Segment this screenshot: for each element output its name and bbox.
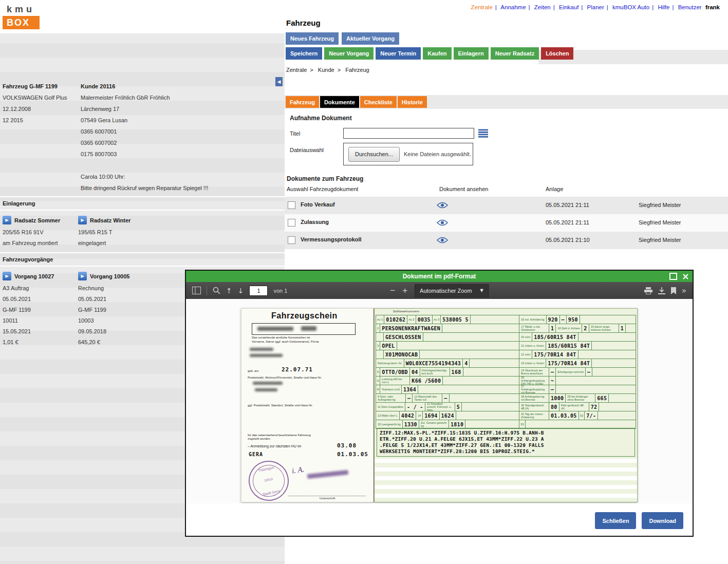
gross-weight-value: 1810: [449, 420, 465, 428]
zoom-in-icon[interactable]: +: [402, 286, 407, 296]
app: kmu BOX Fahrzeug G-MF 1199 Kunde 20116 V…: [0, 0, 728, 564]
document-label: Foto Verkauf: [301, 201, 335, 208]
no-file-text: Keine Dateien ausgewählt.: [404, 151, 471, 157]
new-appointment-button[interactable]: Neuer Termin: [376, 47, 421, 60]
document-label: Vermessungsprotokoll: [301, 236, 362, 242]
tab-checkliste[interactable]: Checkliste: [360, 96, 397, 108]
vehicle-model: VOLKSWAGEN Golf Plus: [3, 95, 81, 101]
next-page-icon[interactable]: ↓: [238, 287, 244, 295]
process-10027[interactable]: ▶ Vorgang 10027: [3, 272, 78, 280]
process-amount: 1,01 €: [3, 339, 78, 345]
tire-size-3: 175/70R14 84T: [532, 350, 578, 359]
axle-count-value: 2: [582, 324, 589, 332]
find-icon[interactable]: [213, 287, 220, 294]
vin-check-digit: 4: [463, 359, 470, 367]
document-label: Zulassung: [301, 219, 329, 225]
print-icon[interactable]: [644, 287, 652, 294]
storage-items: ▶ Radsatz Sommer 205/55 R16 91V am Fahrz…: [0, 211, 285, 252]
tools-chevrons-icon[interactable]: »: [682, 286, 686, 295]
remark-line: .FELGE 5 1/2JX14,ET 43MM*ZIFF.27 GEN.:E1…: [380, 442, 632, 448]
buy-button[interactable]: Kaufen: [423, 47, 451, 60]
wheelset-winter[interactable]: ▶ Radsatz Winter: [78, 216, 285, 224]
wheelset-title: Radsatz Sommer: [14, 217, 60, 223]
table-row: Vermessungsprotokoll 05.05.2021 21:10 Si…: [285, 232, 728, 249]
breadcrumb-zentrale[interactable]: Zentrale: [286, 67, 307, 73]
nav-planer[interactable]: Planer: [587, 4, 604, 10]
zoom-out-icon[interactable]: −: [390, 286, 395, 296]
nav-einkauf[interactable]: Einkauf: [559, 4, 578, 10]
current-process-button[interactable]: Aktueller Vorgang: [342, 32, 399, 45]
sidebar-collapse-icon[interactable]: ◀: [275, 77, 283, 86]
new-process-button[interactable]: Neuer Vorgang: [324, 47, 374, 60]
view-document-icon[interactable]: [437, 219, 448, 229]
close-dialog-button[interactable]: Schließen: [595, 512, 636, 529]
tab-historie[interactable]: Historie: [398, 96, 427, 108]
process-date: 05.05.2021: [3, 296, 78, 302]
process-type: A3 Auftrag: [3, 285, 78, 291]
height-value: 1624: [440, 411, 456, 420]
top-navigation: Zentrale| Annahme| Zeiten| Einkauf| Plan…: [471, 4, 720, 10]
document-date: 05.05.2021 21:11: [546, 219, 589, 225]
expand-arrow-icon[interactable]: ▶: [3, 216, 11, 224]
seats-value: 5: [455, 403, 462, 411]
breadcrumb-kunde[interactable]: Kunde: [318, 67, 334, 73]
nav-hilfe[interactable]: Hilfe: [658, 4, 669, 10]
expand-arrow-icon[interactable]: ▶: [78, 216, 87, 224]
view-document-icon[interactable]: [437, 201, 448, 211]
new-vehicle-button[interactable]: Neues Fahrzeug: [286, 32, 339, 45]
expand-arrow-icon[interactable]: ▶: [3, 272, 11, 280]
customer-phone-3: 0175 8007003: [81, 151, 285, 157]
tire-size-4: 175/70R14 84T: [546, 359, 592, 367]
view-document-icon[interactable]: [437, 236, 448, 246]
registration-date-value: 01.03.05: [337, 451, 368, 458]
vin-value: W0L0XCE7554194343: [404, 359, 463, 367]
close-icon[interactable]: [682, 273, 689, 280]
pdf-canvas: Fahrzeugschein Das vorstehende amtliche …: [186, 299, 693, 503]
download-icon[interactable]: [658, 287, 665, 294]
signature-label: Unterschrift: [289, 496, 366, 500]
maximize-icon[interactable]: [669, 273, 677, 280]
noise-standing: 80: [549, 403, 559, 411]
browse-button[interactable]: Durchsuchen...: [348, 147, 400, 162]
document-select-checkbox[interactable]: [288, 236, 295, 244]
tab-dokumente[interactable]: Dokumente: [320, 96, 359, 108]
column-view: Dokument ansehen: [439, 186, 488, 192]
name-label: Vorname, Name (ggf. auch Geburtsname), F…: [252, 340, 319, 344]
curb-weight-value: 1330: [403, 420, 419, 428]
nav-separator: |: [495, 4, 497, 10]
page-number-input[interactable]: [249, 286, 268, 296]
title-list-icon[interactable]: [478, 128, 488, 138]
tab-fahrzeug[interactable]: Fahrzeug: [286, 96, 319, 108]
download-button[interactable]: Download: [642, 512, 683, 529]
make-value: OPEL: [380, 342, 397, 350]
schein-fields-right: 16 zul. Achslast kg920–950 17 Räder u./o…: [519, 315, 636, 429]
delete-button[interactable]: Löschen: [541, 47, 573, 60]
expand-arrow-icon[interactable]: ▶: [78, 272, 87, 280]
wheelset-summer[interactable]: ▶ Radsatz Sommer: [3, 216, 78, 224]
nav-annahme[interactable]: Annahme: [500, 4, 526, 10]
new-wheelset-button[interactable]: Neuer Radsatz: [491, 47, 539, 60]
wheelset-size: 195/65 R15 T: [78, 229, 285, 235]
save-button[interactable]: Speichern: [286, 47, 322, 60]
bookmark-icon[interactable]: [671, 287, 676, 294]
nav-zeiten[interactable]: Zeiten: [534, 4, 551, 10]
document-title-input[interactable]: [343, 128, 474, 139]
trailer-load-braked: 1000: [549, 394, 566, 402]
assigned-note: für das nebenstehend beschriebene Fahrze…: [248, 434, 320, 441]
process-title: Vorgang 10005: [90, 273, 129, 279]
type-value: X01MONOCAB: [383, 350, 420, 359]
processes-section-heading: Fahrzeugvorgänge: [0, 252, 285, 267]
nav-zentrale[interactable]: Zentrale: [471, 4, 493, 10]
document-select-checkbox[interactable]: [288, 219, 295, 227]
previous-page-icon[interactable]: ↑: [226, 287, 232, 295]
sidebar-toggle-icon[interactable]: [192, 287, 201, 294]
nav-benutzer[interactable]: Benutzer: [678, 4, 702, 10]
nav-separator: |: [581, 4, 583, 10]
document-date: 05.05.2021 21:11: [546, 202, 589, 208]
zoom-select[interactable]: Automatischer Zoom ▼: [415, 284, 489, 297]
document-select-checkbox[interactable]: [288, 201, 295, 209]
kmubox-logo[interactable]: kmu BOX: [3, 3, 40, 29]
wheelset-size: 205/55 R16 91V: [3, 229, 78, 235]
nav-kmubox-auto[interactable]: kmuBOX Auto: [612, 4, 649, 10]
store-button[interactable]: Einlagern: [454, 47, 489, 60]
